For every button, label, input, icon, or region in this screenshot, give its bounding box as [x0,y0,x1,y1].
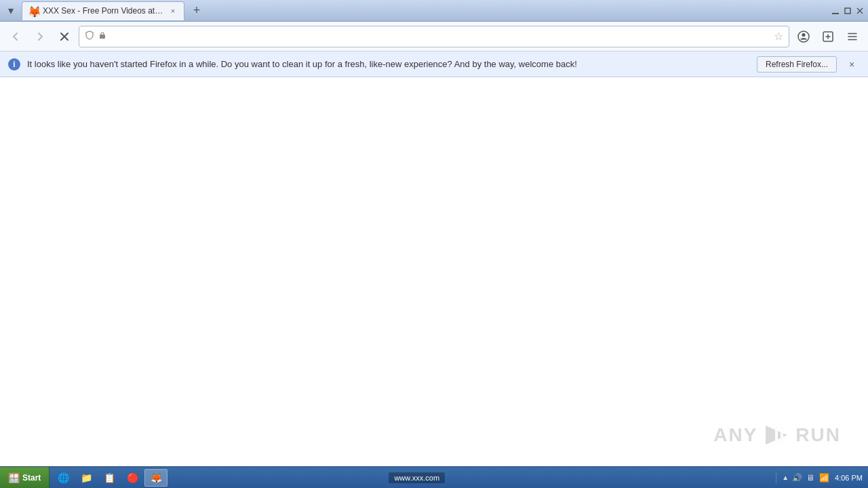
watermark-play-icon [763,424,790,446]
url-input[interactable]: https://www.xxx.com [111,31,770,41]
menu-button[interactable] [842,26,863,47]
svg-rect-1 [845,8,850,14]
back-button[interactable] [5,26,26,47]
svg-rect-13 [775,427,778,443]
titlebar-left: ▾ 🦊 XXX Sex - Free Porn Videos at XX... … [3,1,206,20]
lock-icon [98,31,106,41]
bookmark-icon[interactable]: ☆ [774,30,783,43]
stop-button[interactable] [54,26,75,47]
start-windows-icon: 🪟 [8,472,20,483]
titlebar: ▾ 🦊 XXX Sex - Free Porn Videos at XX... … [0,0,868,22]
toolbar-icons [793,26,863,47]
active-tab[interactable]: 🦊 XXX Sex - Free Porn Videos at XX... × [22,1,184,20]
taskbar: 🪟 Start 🌐 📁 📋 🔴 🦊 www.xxx.com ▲ 🔊 🖥 📶 4:… [0,466,868,488]
taskbar-app-ie[interactable]: 🌐 [52,469,74,487]
tray-expand-button[interactable]: ▲ [782,474,789,481]
tray-network-icon: 📶 [818,472,829,483]
notification-info-icon: i [8,58,20,70]
notification-close-button[interactable]: × [844,56,860,73]
tray-display-icon: 🖥 [805,472,816,483]
restore-button[interactable] [842,6,853,16]
taskbar-app-unknown1[interactable]: 🔴 [121,469,143,487]
svg-rect-6 [100,35,105,39]
tabs-dropdown[interactable]: ▾ [3,3,19,19]
svg-rect-0 [832,13,839,14]
taskbar-tray: ▲ 🔊 🖥 📶 4:06 PM [776,472,868,483]
start-label: Start [22,473,41,483]
security-shield-icon [85,30,94,42]
taskbar-apps: 🌐 📁 📋 🔴 🦊 [50,469,386,487]
refresh-firefox-button[interactable]: Refresh Firefox... [757,56,837,73]
navbar: https://www.xxx.com ☆ [0,22,868,52]
close-button[interactable] [854,6,865,16]
tab-close-button[interactable]: × [167,5,178,16]
taskbar-app-explorer[interactable]: 📁 [75,469,97,487]
watermark-text-run: RUN [795,424,841,446]
red-circle-icon: 🔴 [127,472,138,483]
new-tab-button[interactable]: + [187,1,206,20]
tray-volume-icon[interactable]: 🔊 [791,472,802,483]
anyrun-watermark: ANY RUN [713,424,841,446]
window-controls [830,6,865,16]
svg-rect-14 [781,427,783,443]
extensions-button[interactable] [818,26,838,47]
explorer-icon: 📁 [81,472,92,483]
address-bar[interactable]: https://www.xxx.com ☆ [79,26,789,47]
minimize-button[interactable] [830,6,841,16]
taskbar-status-url: www.xxx.com [389,472,445,483]
notification-bar: i It looks like you haven't started Fire… [0,52,868,77]
tray-clock: 4:06 PM [835,474,863,482]
notification-message: It looks like you haven't started Firefo… [27,59,750,69]
taskbar-app-firefox[interactable]: 🦊 [144,469,167,487]
ie-icon: 🌐 [58,472,68,483]
taskbar-app-notepad[interactable]: 📋 [98,469,120,487]
page-content: ANY RUN [0,77,868,466]
watermark-text-any: ANY [713,424,757,446]
firefox-icon: 🦊 [151,472,161,483]
forward-button[interactable] [30,26,50,47]
tab-favicon: 🦊 [28,5,39,16]
firefox-account-button[interactable] [793,26,814,47]
start-button[interactable]: 🪟 Start [0,467,50,489]
tab-title: XXX Sex - Free Porn Videos at XX... [43,6,163,16]
notepad-icon: 📋 [104,472,115,483]
